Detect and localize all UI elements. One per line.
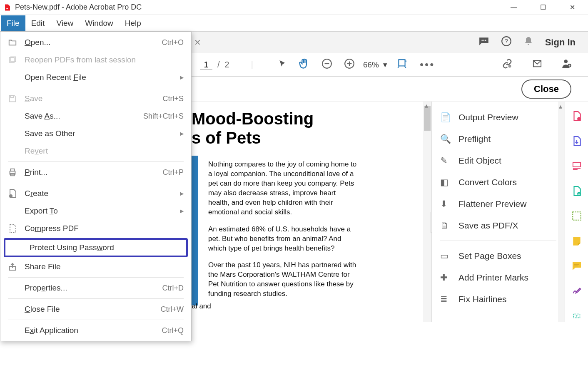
svg-text:+: +	[568, 63, 571, 67]
menu-open-label: pen...	[31, 38, 51, 47]
menu-save-other[interactable]: Save as Other ▶	[0, 125, 191, 142]
tool-set-page-boxes[interactable]: ▭Set Page Boxes	[432, 245, 565, 267]
create-pdf-icon[interactable]: +	[571, 110, 583, 122]
zoom-out-icon[interactable]	[318, 58, 336, 72]
svg-rect-29	[10, 96, 13, 98]
menu-open[interactable]: Open... Ctrl+O	[0, 34, 191, 51]
convert-colors-icon: ◧	[440, 177, 451, 187]
minimize-button[interactable]: —	[506, 2, 522, 12]
maximize-button[interactable]: ☐	[535, 2, 551, 12]
menu-open-shortcut: Ctrl+O	[162, 38, 184, 47]
menu-view[interactable]: View	[50, 15, 79, 31]
tool-output-preview[interactable]: 📄Output Preview	[432, 107, 565, 128]
email-icon[interactable]	[528, 59, 546, 71]
submenu-arrow-icon: ▶	[180, 131, 184, 137]
share-icon	[6, 262, 19, 271]
tool-preflight[interactable]: 🔍Preflight	[432, 128, 565, 150]
svg-rect-10	[399, 60, 405, 66]
sticky-note-icon[interactable]	[571, 235, 583, 247]
export-pdf-icon[interactable]	[571, 135, 583, 147]
doc-paragraph-1: Nothing compares to the joy of coming ho…	[208, 160, 358, 217]
svg-text:+: +	[576, 314, 578, 318]
svg-rect-18	[573, 163, 580, 167]
share-link-icon[interactable]	[498, 59, 516, 71]
zoom-level-select[interactable]: 66% ▾	[363, 60, 387, 70]
menu-save-as[interactable]: Save As... Shift+Ctrl+S	[0, 107, 191, 125]
select-tool-icon[interactable]	[275, 59, 290, 71]
fix-hairlines-icon: ≣	[440, 294, 451, 304]
more-tools-icon[interactable]: +	[571, 310, 583, 322]
submenu-arrow-icon: ▶	[180, 208, 184, 214]
menu-edit[interactable]: Edit	[25, 15, 51, 31]
svg-point-1	[483, 40, 484, 41]
menu-print[interactable]: Print... Ctrl+P	[0, 164, 191, 181]
sign-icon[interactable]	[571, 285, 583, 297]
sign-in-button[interactable]: Sign In	[545, 37, 576, 48]
tool-edit-object[interactable]: ✎Edit Object	[432, 150, 565, 171]
compress-icon	[6, 223, 19, 233]
tool-fix-hairlines[interactable]: ≣Fix Hairlines	[432, 288, 565, 310]
menu-properties[interactable]: Properties... Ctrl+D	[0, 279, 191, 297]
print-icon	[6, 168, 19, 177]
tab-close-icon[interactable]: ✕	[194, 37, 201, 47]
right-icon-strip: + +	[565, 102, 588, 322]
hand-tool-icon[interactable]	[295, 58, 313, 72]
tool-add-printer-marks[interactable]: ✚Add Printer Marks	[432, 267, 565, 288]
svg-point-2	[485, 40, 486, 41]
menu-open-recent[interactable]: Open Recent File ▶	[0, 69, 191, 86]
menu-export[interactable]: Export To ▶	[0, 202, 191, 220]
menu-share-file[interactable]: Share File	[0, 258, 191, 276]
panel-scrollbar[interactable]: ▴	[558, 102, 565, 322]
svg-text:+: +	[10, 195, 12, 198]
more-icon[interactable]: •••	[416, 58, 438, 71]
menu-file[interactable]: File	[1, 15, 25, 31]
window-title: Pets-New.pdf - Adobe Acrobat Pro DC	[15, 3, 142, 12]
submenu-arrow-icon: ▶	[180, 191, 184, 196]
person-add-icon[interactable]: +	[558, 58, 576, 72]
comment-tool-icon[interactable]	[571, 260, 583, 272]
combine-icon[interactable]	[571, 185, 583, 197]
svg-point-11	[508, 65, 511, 67]
edit-object-icon: ✎	[440, 156, 451, 166]
organize-pages-icon[interactable]	[571, 160, 583, 172]
svg-rect-31	[10, 169, 14, 171]
menu-create[interactable]: + Create ▶	[0, 185, 191, 202]
svg-text:+: +	[578, 117, 580, 121]
menu-protect-password[interactable]: Protect Using Password	[4, 238, 188, 257]
menu-exit[interactable]: Exit Application Ctrl+Q	[0, 322, 191, 339]
close-window-button[interactable]: ✕	[564, 2, 581, 12]
tool-flattener[interactable]: ⬇Flattener Preview	[432, 193, 565, 215]
page-boxes-icon: ▭	[440, 251, 451, 261]
menu-help[interactable]: Help	[119, 15, 147, 31]
zoom-level-value: 66%	[363, 60, 379, 70]
page-separator: /	[217, 60, 220, 70]
document-heading: Mood-Boosting s of Pets	[192, 109, 423, 147]
title-bar: Pets-New.pdf - Adobe Acrobat Pro DC — ☐ …	[0, 0, 588, 15]
printer-marks-icon: ✚	[440, 273, 451, 283]
acrobat-icon	[3, 3, 12, 12]
menu-compress[interactable]: Compress PDF	[0, 220, 191, 237]
vertical-scrollbar[interactable]: ▴	[423, 102, 431, 322]
reopen-icon	[6, 56, 19, 64]
tool-convert-colors[interactable]: ◧Convert Colors	[432, 171, 565, 193]
zoom-in-icon[interactable]	[341, 58, 358, 72]
menu-window[interactable]: Window	[79, 15, 119, 31]
svg-point-13	[564, 60, 568, 63]
tool-save-pdfx[interactable]: 🗎Save as PDF/X	[432, 215, 565, 236]
menu-revert: Revert	[0, 142, 191, 160]
help-icon[interactable]: ?	[501, 36, 512, 49]
bell-icon[interactable]	[523, 36, 533, 49]
panel-separator	[440, 241, 556, 241]
menu-close-file[interactable]: Close File Ctrl+W	[0, 300, 191, 318]
svg-text:?: ?	[504, 37, 508, 45]
save-icon	[6, 94, 19, 103]
menu-bar: File Edit View Window Help	[0, 15, 588, 32]
print-production-icon[interactable]	[571, 210, 583, 222]
page-number-input[interactable]	[200, 60, 212, 70]
comment-icon[interactable]	[478, 36, 489, 49]
svg-point-0	[481, 40, 483, 41]
fit-width-icon[interactable]	[392, 58, 411, 72]
create-icon: +	[6, 189, 19, 199]
doc-paragraph-2: An estimated 68% of U.S. households have…	[208, 225, 358, 253]
close-tools-button[interactable]: Close	[521, 79, 571, 99]
